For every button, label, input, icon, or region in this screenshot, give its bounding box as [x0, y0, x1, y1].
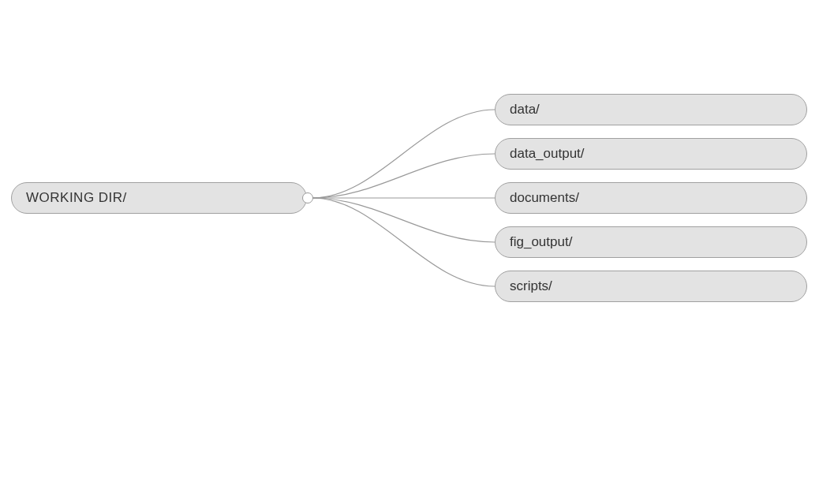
connector-dot-icon	[302, 192, 313, 203]
diagram-canvas: WORKING DIR/ data/ data_output/ document…	[0, 0, 819, 504]
connector-lines	[0, 0, 819, 504]
